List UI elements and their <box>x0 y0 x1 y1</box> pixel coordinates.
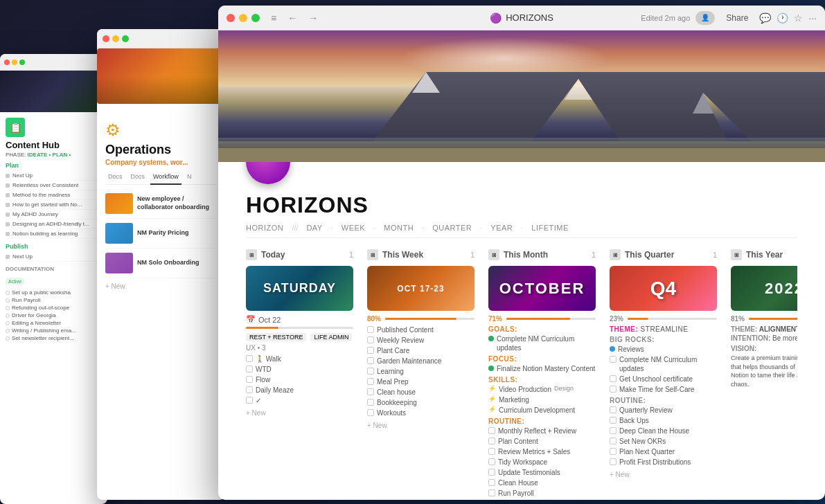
month-card-image[interactable]: OCTOBER <box>488 266 596 311</box>
hub-plan-item-2[interactable]: Relentless over Consistent <box>6 181 102 190</box>
month-percent: 71% <box>488 315 502 323</box>
comment-icon[interactable]: 💬 <box>759 12 771 24</box>
today-item-flow: Flow <box>246 375 353 384</box>
hub-doc-item-4[interactable]: Driver for Georgia <box>6 312 102 319</box>
rock-dot-1 <box>610 346 615 352</box>
year-intention-label: INTENTION: Be more visible <box>731 334 797 342</box>
week-card-image[interactable]: OCT 17-23 <box>367 266 474 311</box>
month-card-label: OCTOBER <box>499 280 585 298</box>
week-add-new[interactable]: + New <box>367 422 474 429</box>
ops-item-1-img <box>105 193 133 214</box>
ops-tab-workflow[interactable]: Workflow <box>150 172 181 185</box>
main-titlebar: ≡ ← → 🟣 HORIZONS Edited 2m ago 👤 Share 💬… <box>218 6 825 30</box>
quarter-add-new[interactable]: + New <box>610 471 717 478</box>
nav-back[interactable]: ≡ <box>268 11 279 25</box>
hero-mountain-svg <box>218 72 825 162</box>
hub-publish-section[interactable]: Publish <box>6 243 102 250</box>
quarter-theme-label: THEME: STREAMLINE <box>610 325 717 333</box>
ops-tl-green[interactable] <box>122 35 129 42</box>
goal-dot <box>488 336 494 341</box>
hub-doc-item-6[interactable]: Writing / Publishing ema... <box>6 327 102 334</box>
col-month-header: ⊞ This Month 1 <box>488 249 596 260</box>
nav-week[interactable]: WEEK <box>341 224 365 232</box>
nav-day[interactable]: DAY <box>306 224 322 232</box>
year-percent: 81% <box>731 315 745 323</box>
hub-tl-yellow[interactable] <box>12 60 17 65</box>
nav-horizon[interactable]: HORIZON <box>246 224 283 232</box>
ops-tab-n[interactable]: N <box>184 172 195 181</box>
week-card-label: OCT 17-23 <box>397 284 444 294</box>
hub-plan-item-1[interactable]: Next Up <box>6 171 102 181</box>
column-this-year: ⊞ This Year 1 2022 81% THEME: ALIGNMENT … <box>731 249 797 500</box>
quarter-routine-1: Quarterly Review <box>610 406 717 415</box>
week-item-5: Learning <box>367 367 474 376</box>
ops-item-2[interactable]: NM Parity Pricing <box>105 219 217 249</box>
today-progress-bar <box>246 327 353 329</box>
hub-publish-item-1[interactable]: Next Up <box>6 252 102 262</box>
nav-year[interactable]: YEAR <box>490 224 513 232</box>
month-routine-3: Review Metrics + Sales <box>488 447 596 456</box>
today-card-image[interactable]: SATURDAY <box>246 266 353 311</box>
ops-add-new[interactable]: + New <box>105 282 217 290</box>
ops-item-1[interactable]: New employee / collaborator onboarding <box>105 189 217 219</box>
quarter-bigrock-label: BIG ROCKS: <box>610 336 717 343</box>
hub-tl-red[interactable] <box>4 60 10 65</box>
today-item-checkmark: ✓ <box>246 396 353 405</box>
nav-month[interactable]: MONTH <box>384 224 414 232</box>
titlebar-right: Edited 2m ago 👤 Share 💬 🕐 ☆ ··· <box>641 11 817 25</box>
titlebar-title: 🟣 HORIZONS <box>490 12 553 24</box>
month-focus-1: Finalize Notion Mastery Content <box>488 364 596 373</box>
ops-item-3-img <box>105 253 133 273</box>
quarter-card-image[interactable]: Q4 <box>610 266 717 311</box>
ops-tl-red[interactable] <box>103 35 109 42</box>
year-vision-text: Create a premium training experience tha… <box>731 354 797 388</box>
col-year-icon: ⊞ <box>731 249 742 260</box>
hub-plan-item-6[interactable]: Designing an ADHD-friendly t... <box>6 219 102 229</box>
month-routine-2: Plan Content <box>488 437 596 446</box>
hub-plan-item-3[interactable]: Method to the madness <box>6 190 102 200</box>
quarter-rock-3: Get Unschool certificate <box>610 375 717 384</box>
nav-quarter[interactable]: QUARTER <box>432 224 472 232</box>
tl-green[interactable] <box>251 14 260 22</box>
today-add-new[interactable]: + New <box>246 409 353 417</box>
hub-plan-section[interactable]: Plan <box>6 162 102 169</box>
col-week-icon: ⊞ <box>367 249 378 260</box>
share-button[interactable]: Share <box>720 12 754 24</box>
hub-plan-item-4[interactable]: How to get started with No... <box>6 200 102 210</box>
ops-item-3[interactable]: NM Solo Onboarding <box>105 249 217 278</box>
hub-doc-item-7[interactable]: Set newsletter recipient... <box>6 334 102 342</box>
hub-plan-item-7[interactable]: Notion building as learning <box>6 229 102 239</box>
hub-doc-item-3[interactable]: Refunding out-of-scope <box>6 304 102 312</box>
ops-tab-docs2[interactable]: Docs <box>128 172 148 181</box>
hub-doc-item-5[interactable]: Editing a Newsletter <box>6 319 102 327</box>
year-card-image[interactable]: 2022 <box>731 266 797 311</box>
hub-doc-item-1[interactable]: Set up a public worksha <box>6 289 102 296</box>
hero-banner <box>218 30 825 162</box>
nav-arrow-left[interactable]: ← <box>285 11 300 25</box>
nav-lifetime[interactable]: LIFETIME <box>531 224 569 232</box>
quarter-progress-bar <box>628 318 717 320</box>
col-quarter-icon: ⊞ <box>610 249 621 260</box>
hub-doc-item-2[interactable]: Run Payroll <box>6 296 102 304</box>
week-item-8: Bookkeeping <box>367 398 474 407</box>
month-routine-4: Tidy Workspace <box>488 458 596 467</box>
hub-tl-green[interactable] <box>19 60 25 65</box>
more-icon[interactable]: ··· <box>808 12 817 24</box>
nav-arrow-right[interactable]: → <box>305 11 321 25</box>
month-routine-7: Run Payroll <box>488 489 596 498</box>
title-dot: 🟣 <box>490 12 502 24</box>
hub-plan-item-5[interactable]: My ADHD Journey <box>6 210 102 219</box>
ops-item-3-title: NM Solo Onboarding <box>137 259 199 267</box>
ops-subtitle: Company systems, wor... <box>105 159 217 166</box>
col-month-count: 1 <box>592 251 596 259</box>
tl-yellow[interactable] <box>239 14 247 22</box>
month-skills-label: SKILLS: <box>488 376 596 384</box>
bookmark-icon[interactable]: ☆ <box>794 12 803 24</box>
ops-tl-yellow[interactable] <box>112 35 119 42</box>
quarter-progress-fill <box>628 318 648 320</box>
window-operations: ⚙ Operations Company systems, wor... Doc… <box>97 29 225 500</box>
tl-red[interactable] <box>227 14 235 22</box>
history-icon[interactable]: 🕐 <box>777 12 788 24</box>
ops-tab-docs1[interactable]: Docs <box>105 172 125 181</box>
quarter-percent: 23% <box>610 315 623 323</box>
